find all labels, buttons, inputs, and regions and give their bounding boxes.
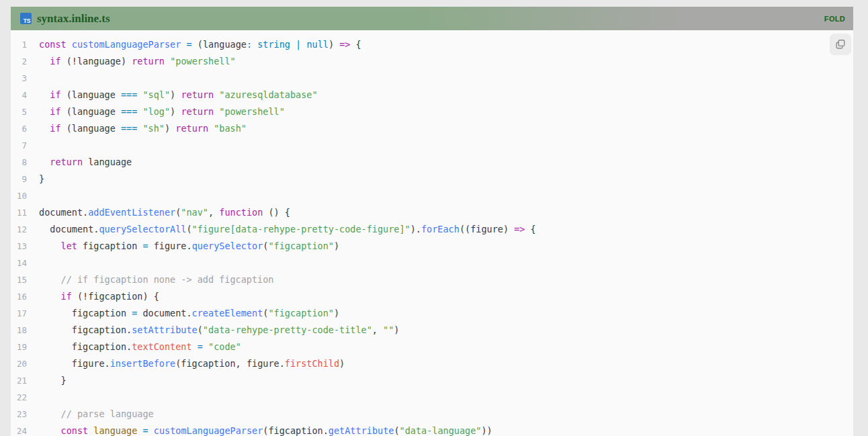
typescript-icon: TS <box>20 13 32 24</box>
line-number: 3 <box>11 70 27 87</box>
line-number: 10 <box>11 187 27 204</box>
line-text: figcaption.textContent = "code" <box>39 339 241 355</box>
typescript-icon-label: TS <box>24 18 31 24</box>
line-text: figcaption = document.createElement("fig… <box>39 305 339 322</box>
line-number: 7 <box>11 137 27 154</box>
line-text: // if figcaption none -> add figcaption <box>39 271 274 288</box>
line-number: 8 <box>11 154 27 171</box>
copy-icon <box>835 39 846 50</box>
line-number: 15 <box>11 271 27 288</box>
code-line: 20 figure.insertBefore(figcaption, figur… <box>11 355 853 372</box>
code-area: 1const customLanguageParser = (language:… <box>11 30 853 436</box>
line-number: 14 <box>11 255 27 271</box>
fold-button[interactable]: FOLD <box>824 15 845 23</box>
code-line: 8 return language <box>11 154 853 171</box>
line-text: if (!language) return "powershell" <box>39 53 236 70</box>
line-text: const language = customLanguageParser(fi… <box>39 423 492 436</box>
line-text: figcaption.setAttribute("data-rehype-pre… <box>39 322 400 339</box>
line-text: if (language === "log") return "powershe… <box>39 103 285 120</box>
code-line: 4 if (language === "sql") return "azures… <box>11 87 853 103</box>
line-number: 4 <box>11 87 27 103</box>
line-number: 23 <box>11 406 27 423</box>
line-number: 9 <box>11 171 27 187</box>
line-text: if (language === "sh") return "bash" <box>39 120 247 137</box>
copy-button[interactable] <box>830 34 851 55</box>
code-line: 11document.addEventListener("nav", funct… <box>11 204 853 221</box>
code-line: 14 <box>11 255 853 271</box>
line-number: 17 <box>11 305 27 322</box>
line-text: // parse language <box>39 406 154 423</box>
code-block: TS syntax.inline.ts FOLD 1const customLa… <box>11 7 853 436</box>
line-number: 2 <box>11 53 27 70</box>
code-line: 22 <box>11 389 853 406</box>
line-text: } <box>39 372 67 389</box>
code-line: 23 // parse language <box>11 406 853 423</box>
line-number: 22 <box>11 389 27 406</box>
code-line: 17 figcaption = document.createElement("… <box>11 305 853 322</box>
line-text: let figcaption = figure.querySelector("f… <box>39 238 339 255</box>
line-text: } <box>39 171 44 187</box>
line-text: document.querySelectorAll("figure[data-r… <box>39 221 536 238</box>
line-number: 13 <box>11 238 27 255</box>
code-line: 10 <box>11 187 853 204</box>
line-text: const customLanguageParser = (language: … <box>39 36 361 53</box>
code-line: 18 figcaption.setAttribute("data-rehype-… <box>11 322 853 339</box>
line-number: 6 <box>11 120 27 137</box>
line-text: figure.insertBefore(figcaption, figure.f… <box>39 355 345 372</box>
code-line: 3 <box>11 70 853 87</box>
line-text: return language <box>39 154 132 171</box>
line-number: 1 <box>11 36 27 53</box>
line-number: 19 <box>11 339 27 355</box>
line-number: 20 <box>11 355 27 372</box>
line-text: document.addEventListener("nav", functio… <box>39 204 290 221</box>
line-number: 24 <box>11 423 27 436</box>
code-lines: 1const customLanguageParser = (language:… <box>11 36 853 436</box>
line-number: 12 <box>11 221 27 238</box>
code-line: 6 if (language === "sh") return "bash" <box>11 120 853 137</box>
line-number: 5 <box>11 103 27 120</box>
line-number: 16 <box>11 288 27 305</box>
code-line: 2 if (!language) return "powershell" <box>11 53 853 70</box>
code-line: 21 } <box>11 372 853 389</box>
code-line: 24 const language = customLanguageParser… <box>11 423 853 436</box>
code-line: 19 figcaption.textContent = "code" <box>11 339 853 355</box>
line-text: if (!figcaption) { <box>39 288 159 305</box>
code-line: 5 if (language === "log") return "powers… <box>11 103 853 120</box>
file-title: syntax.inline.ts <box>37 12 110 26</box>
code-line: 15 // if figcaption none -> add figcapti… <box>11 271 853 288</box>
line-number: 18 <box>11 322 27 339</box>
code-block-header: TS syntax.inline.ts FOLD <box>11 7 853 30</box>
line-number: 11 <box>11 204 27 221</box>
code-line: 1const customLanguageParser = (language:… <box>11 36 853 53</box>
code-line: 12 document.querySelectorAll("figure[dat… <box>11 221 853 238</box>
line-number: 21 <box>11 372 27 389</box>
code-line: 9} <box>11 171 853 187</box>
code-line: 7 <box>11 137 853 154</box>
code-line: 13 let figcaption = figure.querySelector… <box>11 238 853 255</box>
line-text: if (language === "sql") return "azuresql… <box>39 87 318 103</box>
code-line: 16 if (!figcaption) { <box>11 288 853 305</box>
